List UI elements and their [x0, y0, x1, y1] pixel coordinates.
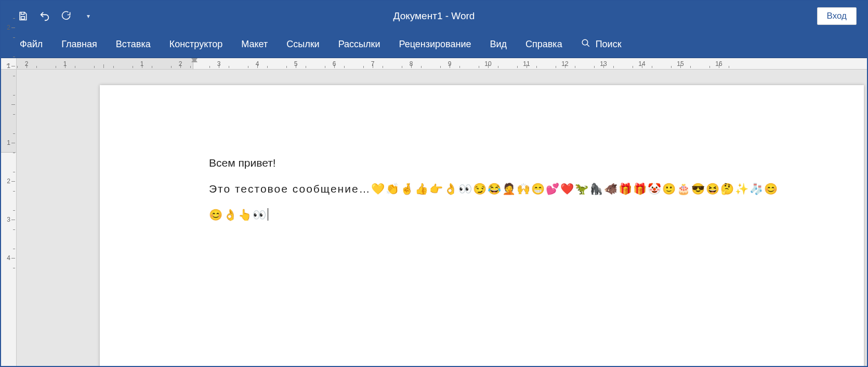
svg-point-1	[582, 39, 588, 45]
h-ruler-cm: 6	[315, 58, 353, 69]
v-ruler-cm	[1, 85, 16, 124]
tab-layout[interactable]: Макет	[241, 39, 268, 50]
tab-help[interactable]: Справка	[525, 39, 562, 50]
vertical-ruler[interactable]: 211234	[1, 70, 17, 366]
h-ruler-cm: 11	[507, 58, 546, 69]
h-ruler-cm: 7	[353, 58, 392, 69]
paragraph-2-text: Это тестовое сообщение…	[209, 183, 371, 195]
h-ruler-cm	[84, 58, 123, 69]
h-ruler-cm: 12	[546, 58, 584, 69]
h-ruler-cm: 14	[623, 58, 661, 69]
hanging-indent-marker[interactable]	[191, 58, 198, 62]
v-ruler-cm: 2	[1, 162, 16, 200]
h-ruler-cm: 15	[661, 58, 700, 69]
signin-button[interactable]: Вход	[817, 7, 857, 25]
h-ruler-cm: 1	[123, 58, 161, 69]
paragraph-2-emojis: 💛👏🤞👍👉👌👀😏😂🤦🙌😁💕❤️🦖🦍🐗🎁🎁🤡🙂🎂😎😆🤔✨🧦😊	[371, 183, 779, 195]
v-ruler-cm: 1	[1, 47, 16, 85]
svg-line-2	[587, 44, 589, 47]
undo-icon[interactable]	[38, 10, 51, 22]
work-area: 211234 Всем привет! Это тестовое сообщен…	[1, 70, 867, 366]
h-ruler-cm: 9	[430, 58, 469, 69]
tab-insert[interactable]: Вставка	[116, 39, 151, 50]
save-icon[interactable]	[17, 10, 29, 22]
v-ruler-cm: 4	[1, 239, 16, 277]
tab-home[interactable]: Главная	[61, 39, 97, 50]
tab-design[interactable]: Конструктор	[169, 39, 223, 50]
paragraph-1[interactable]: Всем привет!	[209, 153, 848, 173]
h-ruler-cm: 2	[17, 58, 46, 69]
paragraph-3-emojis: 😊👌👆👀	[209, 209, 267, 221]
v-ruler-cm: 2	[1, 8, 16, 47]
tab-review[interactable]: Рецензирование	[399, 39, 471, 50]
page[interactable]: Всем привет! Это тестовое сообщение…💛👏🤞👍…	[100, 85, 864, 366]
window-title: Документ1 - Word	[1, 10, 867, 22]
qat-customize-icon[interactable]: ▾	[82, 10, 95, 22]
tab-view[interactable]: Вид	[490, 39, 507, 50]
tell-me-search[interactable]: Поиск	[581, 38, 622, 50]
h-ruler-cm: 1	[46, 58, 84, 69]
h-ruler-cm: 5	[277, 58, 315, 69]
horizontal-ruler[interactable]: 32112345678910111213141516	[17, 58, 867, 69]
redo-icon[interactable]	[60, 10, 73, 22]
tab-file[interactable]: Файл	[20, 39, 43, 50]
h-ruler-cm: 13	[584, 58, 623, 69]
h-ruler-cm: 8	[392, 58, 430, 69]
search-label: Поиск	[596, 39, 622, 50]
h-ruler-cm: 3	[200, 58, 238, 69]
h-ruler-cm: 10	[469, 58, 507, 69]
ribbon-tabs: Файл Главная Вставка Конструктор Макет С…	[1, 31, 867, 58]
v-ruler-cm: 1	[1, 124, 16, 162]
h-ruler-cm: 4	[238, 58, 277, 69]
tab-mailings[interactable]: Рассылки	[338, 39, 380, 50]
paragraph-2[interactable]: Это тестовое сообщение…💛👏🤞👍👉👌👀😏😂🤦🙌😁💕❤️🦖🦍…	[209, 179, 848, 199]
tab-references[interactable]: Ссылки	[286, 39, 319, 50]
h-ruler-cm: 16	[700, 58, 738, 69]
v-ruler-cm: 3	[1, 200, 16, 239]
document-canvas[interactable]: Всем привет! Это тестовое сообщение…💛👏🤞👍…	[17, 70, 867, 366]
search-icon	[581, 38, 590, 50]
paragraph-3[interactable]: 😊👌👆👀	[209, 205, 848, 225]
text-cursor	[268, 208, 268, 221]
page-content[interactable]: Всем привет! Это тестовое сообщение…💛👏🤞👍…	[100, 85, 864, 225]
horizontal-ruler-row: ⌐ 32112345678910111213141516	[1, 58, 867, 70]
svg-rect-0	[21, 17, 25, 19]
titlebar: ▾ Документ1 - Word Вход	[1, 1, 867, 31]
